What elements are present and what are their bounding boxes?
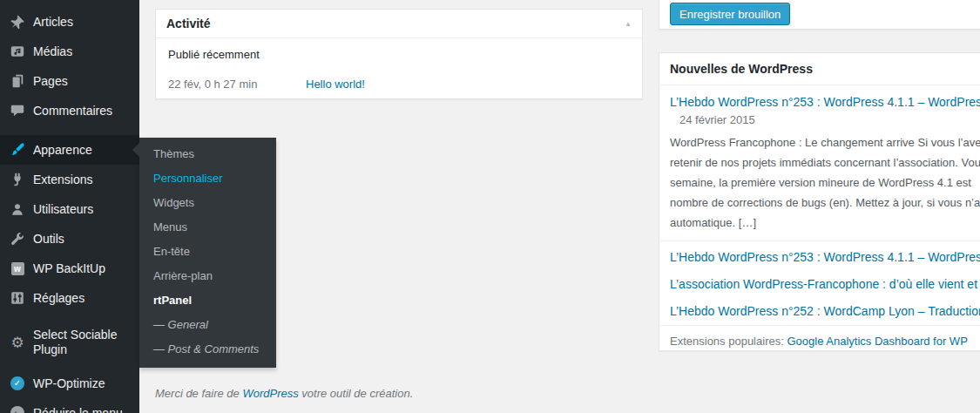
sidebar-item-label: Select Sociable Plugin <box>33 328 131 357</box>
appearance-submenu: Thèmes Personnaliser Widgets Menus En-tê… <box>139 138 276 368</box>
sidebar-item-label: Outils <box>33 232 64 246</box>
plug-icon <box>9 171 26 188</box>
sidebar-separator <box>0 313 139 322</box>
news-excerpt-line: WordPress Francophone : Le changement ar… <box>670 132 980 152</box>
sidebar-item-label: Articles <box>33 15 73 29</box>
footer-text: Merci de faire de <box>155 387 242 400</box>
news-excerpt-line: nombre de corrections de bugs (en). Mett… <box>670 193 980 213</box>
sidebar-item-label: Utilisateurs <box>33 202 93 216</box>
recently-published-heading: Publié récemment <box>168 48 630 61</box>
collapse-toggle-icon[interactable]: ▲ <box>625 20 632 28</box>
sliders-icon <box>9 289 26 307</box>
sidebar-item-wp-optimize[interactable]: ✓ WP-Optimize <box>0 369 139 398</box>
news-link[interactable]: L’Hebdo WordPress n°252 : WordCamp Lyon … <box>670 303 980 319</box>
sidebar-item-pages[interactable]: Pages <box>0 66 139 96</box>
sidebar-item-outils[interactable]: Outils <box>0 224 139 254</box>
footer-text: votre outil de création. <box>299 387 414 400</box>
backitup-w-icon: w <box>9 260 26 277</box>
sidebar-item-label: WP-Optimize <box>33 376 105 390</box>
news-lead-date: 24 février 2015 <box>679 113 980 126</box>
sidebar-item-wp-backitup[interactable]: w WP BackItUp <box>0 254 139 283</box>
quick-draft-panel: Enregistrer brouillon <box>659 0 980 30</box>
sidebar-separator <box>0 125 139 135</box>
collapse-arrow-icon: ← <box>9 404 26 413</box>
wordpress-news-panel: Nouvelles de WordPress L’Hebdo WordPress… <box>659 52 980 351</box>
submenu-item-general[interactable]: — General <box>139 313 276 337</box>
news-links-list: L’Hebdo WordPress n°253 : WordPress 4.1.… <box>670 249 980 319</box>
sidebar-item-reduire-le-menu[interactable]: ← Réduire le menu <box>0 398 139 413</box>
sidebar-item-apparence[interactable]: Apparence <box>0 135 139 165</box>
activity-panel-header: Activité ▲ <box>156 10 642 38</box>
admin-sidebar: Articles Médias Pages Commentaires Appar… <box>0 0 139 413</box>
sidebar-item-utilisateurs[interactable]: Utilisateurs <box>0 194 139 224</box>
news-excerpt: WordPress Francophone : Le changement ar… <box>670 132 980 233</box>
brush-icon <box>9 141 26 159</box>
sidebar-item-label: Extensions <box>33 173 92 186</box>
divider <box>659 240 980 241</box>
comments-icon <box>9 102 26 119</box>
pushpin-icon <box>9 13 26 30</box>
sidebar-item-extensions[interactable]: Extensions <box>0 165 139 194</box>
save-draft-button[interactable]: Enregistrer brouillon <box>670 3 790 25</box>
news-excerpt-line: retenir de nos projets immédiats concern… <box>670 152 980 173</box>
sidebar-item-label: Réglages <box>33 291 84 305</box>
popular-plugins-label: Extensions populaires: <box>670 335 784 348</box>
sidebar-item-label: Commentaires <box>33 104 112 118</box>
activity-panel-title: Activité <box>166 17 211 30</box>
wordpress-link[interactable]: WordPress <box>242 387 298 400</box>
pages-icon <box>9 72 26 90</box>
admin-footer: Merci de faire de WordPress votre outil … <box>155 387 413 400</box>
submenu-item-arriere-plan[interactable]: Arrière-plan <box>139 264 276 288</box>
submenu-item-en-tete[interactable]: En-tête <box>139 240 276 264</box>
post-title-link[interactable]: Hello world! <box>306 78 365 91</box>
sidebar-item-select-sociable-plugin[interactable]: ⚙ Select Sociable Plugin <box>0 322 139 363</box>
popular-plugin-link[interactable]: Google Analytics Dashboard for WP <box>787 335 967 348</box>
news-panel-footer: Extensions populaires: Google Analytics … <box>659 325 980 351</box>
sidebar-item-commentaires[interactable]: Commentaires <box>0 96 139 125</box>
submenu-item-widgets[interactable]: Widgets <box>139 191 276 215</box>
gear-icon: ⚙ <box>9 334 26 351</box>
submenu-item-menus[interactable]: Menus <box>139 215 276 240</box>
news-link[interactable]: L’Hebdo WordPress n°253 : WordPress 4.1.… <box>670 249 980 265</box>
sidebar-item-label: WP BackItUp <box>33 261 105 275</box>
sidebar-item-label: Apparence <box>33 143 92 157</box>
news-lead-link[interactable]: L’Hebdo WordPress n°253 : WordPress 4.1.… <box>670 94 980 110</box>
news-panel-title: Nouvelles de WordPress <box>670 62 813 76</box>
media-icon <box>9 43 26 60</box>
post-date: 22 fév, 0 h 27 min <box>168 78 306 91</box>
user-icon <box>9 200 26 218</box>
news-panel-body: L’Hebdo WordPress n°253 : WordPress 4.1.… <box>659 85 980 319</box>
news-excerpt-line: semaine, la première version mineure de … <box>670 173 980 193</box>
sidebar-item-label: Réduire le menu <box>33 406 123 413</box>
check-circle-icon: ✓ <box>9 375 26 392</box>
submenu-item-post-comments[interactable]: — Post & Comments <box>139 337 276 362</box>
wrench-icon <box>9 230 26 247</box>
news-link[interactable]: L’association WordPress-Francophone : d’… <box>670 276 980 292</box>
submenu-item-rtpanel[interactable]: rtPanel <box>139 288 276 313</box>
submenu-arrow <box>132 143 139 157</box>
sidebar-item-articles[interactable]: Articles <box>0 7 139 37</box>
activity-panel: Activité ▲ Publié récemment 22 fév, 0 h … <box>155 9 643 99</box>
sidebar-item-medias[interactable]: Médias <box>0 37 139 66</box>
sidebar-item-label: Pages <box>33 74 68 88</box>
news-panel-header: Nouvelles de WordPress <box>659 53 980 85</box>
sidebar-item-label: Médias <box>33 44 72 58</box>
submenu-item-personnaliser[interactable]: Personnaliser <box>139 166 276 191</box>
recent-post-row: 22 fév, 0 h 27 min Hello world! <box>168 78 630 91</box>
sidebar-item-reglages[interactable]: Réglages <box>0 283 139 313</box>
submenu-item-themes[interactable]: Thèmes <box>139 142 276 166</box>
news-excerpt-line: automatique. […] <box>670 213 980 233</box>
